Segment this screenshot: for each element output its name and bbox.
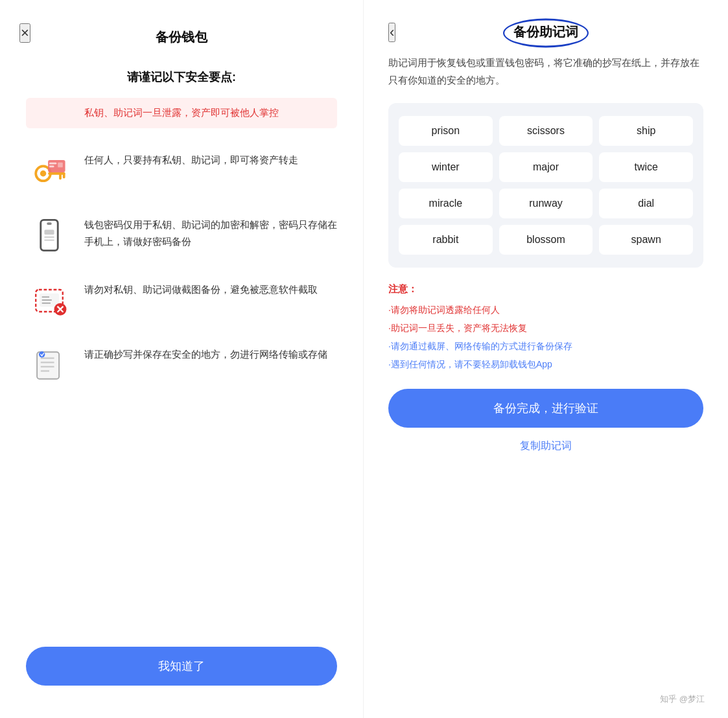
left-panel: × 备份钱包 请谨记以下安全要点: 私钥、助记词一旦泄露，资产即可被他人掌控 任…	[0, 0, 364, 718]
right-title-wrap: 备份助记词	[388, 23, 703, 41]
verify-button[interactable]: 备份完成，进行验证	[388, 389, 703, 428]
notes-item: ·请勿通过截屏、网络传输的方式进行备份保存	[388, 337, 703, 355]
svg-rect-8	[58, 163, 63, 168]
tip-text-1: 任何人，只要持有私钥、助记词，即可将资产转走	[84, 148, 298, 168]
svg-rect-13	[47, 222, 52, 225]
close-button[interactable]: ×	[19, 23, 30, 43]
copy-mnemonic-link[interactable]: 复制助记词	[388, 439, 703, 453]
mnemonic-word: prison	[399, 116, 493, 146]
mnemonic-word: twice	[599, 152, 693, 182]
tip-icon-3	[26, 277, 73, 324]
tip-item-4: 请正确抄写并保存在安全的地方，勿进行网络传输或存储	[26, 342, 337, 389]
tip-text-2: 钱包密码仅用于私钥、助记词的加密和解密，密码只存储在手机上，请做好密码备份	[84, 213, 337, 249]
left-subtitle: 请谨记以下安全要点:	[26, 69, 337, 85]
tip-item-2: 钱包密码仅用于私钥、助记词的加密和解密，密码只存储在手机上，请做好密码备份	[26, 213, 337, 259]
tip-icon-2	[26, 213, 73, 259]
warning-banner: 私钥、助记词一旦泄露，资产即可被他人掌控	[26, 98, 337, 128]
notes-item: ·助记词一旦丢失，资产将无法恢复	[388, 319, 703, 337]
tip-text-4: 请正确抄写并保存在安全的地方，勿进行网络传输或存储	[84, 342, 327, 363]
mnemonic-word: spawn	[599, 225, 693, 255]
tip-icon-1	[26, 148, 73, 194]
svg-point-27	[39, 351, 45, 357]
mnemonic-word: miracle	[399, 189, 493, 218]
tip-item-3: 请勿对私钥、助记词做截图备份，避免被恶意软件截取	[26, 277, 337, 324]
mnemonic-word: runway	[499, 189, 593, 218]
mnemonic-word: ship	[599, 116, 693, 146]
mnemonic-word: rabbit	[399, 225, 493, 255]
mnemonic-word: major	[499, 152, 593, 182]
mnemonic-word: winter	[399, 152, 493, 182]
right-panel: ‹ 备份助记词 助记词用于恢复钱包或重置钱包密码，将它准确的抄写在纸上，并存放在…	[364, 0, 728, 718]
right-header: ‹ 备份助记词	[388, 23, 703, 41]
notes-title: 注意：	[388, 283, 703, 295]
left-title: 备份钱包	[26, 29, 337, 46]
mnemonic-word: scissors	[499, 116, 593, 146]
right-description: 助记词用于恢复钱包或重置钱包密码，将它准确的抄写在纸上，并存放在只有你知道的安全…	[388, 54, 703, 89]
notes-item: ·请勿将助记词透露给任何人	[388, 301, 703, 319]
back-button[interactable]: ‹	[388, 23, 395, 42]
svg-rect-6	[49, 163, 56, 165]
mnemonic-word: dial	[599, 189, 693, 218]
notes-section: 注意： ·请勿将助记词透露给任何人·助记词一旦丢失，资产将无法恢复·请勿通过截屏…	[388, 283, 703, 373]
watermark: 知乎 @梦江	[660, 693, 705, 705]
svg-rect-7	[49, 166, 54, 168]
notes-item: ·遇到任何情况，请不要轻易卸载钱包App	[388, 355, 703, 373]
confirm-button[interactable]: 我知道了	[26, 647, 337, 686]
tip-text-3: 请勿对私钥、助记词做截图备份，避免被恶意软件截取	[84, 277, 318, 298]
tip-item-1: 任何人，只要持有私钥、助记词，即可将资产转走	[26, 148, 337, 194]
mnemonic-grid: prisonscissorsshipwintermajortwicemiracl…	[388, 103, 703, 268]
mnemonic-word: blossom	[499, 225, 593, 255]
right-title: 备份助记词	[513, 23, 578, 41]
svg-rect-10	[44, 230, 54, 235]
tip-icon-4	[26, 342, 73, 389]
svg-point-1	[40, 170, 46, 176]
